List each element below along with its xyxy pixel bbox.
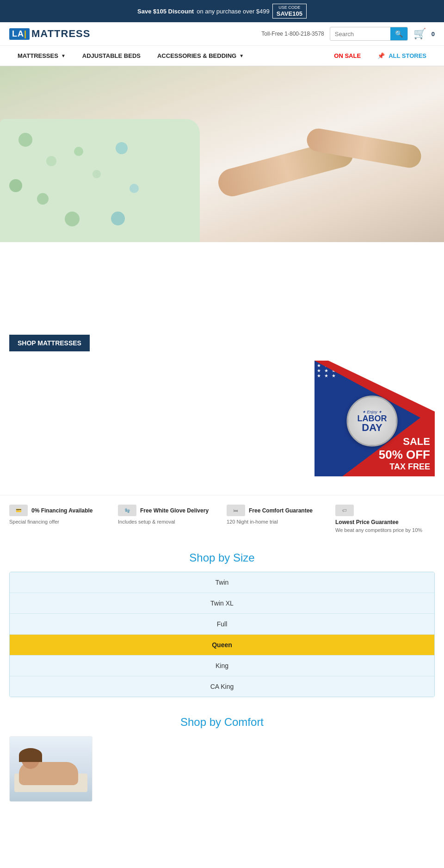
- feature-price-icon-area: 🏷: [335, 505, 354, 516]
- hero-banner: [0, 66, 444, 242]
- use-code-box: USE CODE SAVE105: [272, 4, 307, 19]
- logo[interactable]: LA| MATTRESS: [9, 28, 90, 40]
- comfort-grid: [9, 736, 435, 802]
- nav-accessories[interactable]: ACCESSORIES & BEDDING ▼: [149, 46, 252, 66]
- feature-comfort-icon-area: 🛏 Free Comfort Guarantee: [227, 505, 313, 516]
- chevron-down-icon: ▼: [61, 53, 66, 58]
- logo-badge: LA|: [9, 28, 30, 40]
- search-box[interactable]: 🔍: [330, 27, 408, 41]
- sale-banner: ★ ★ ★★ ★ ★★ ★ ★ ✦ Enjoy ✦ LABOR DAY SALE…: [314, 361, 435, 476]
- search-button[interactable]: 🔍: [390, 27, 407, 40]
- feature-financing-title: 0% Financing Available: [31, 507, 92, 514]
- shop-by-size-section: Shop by Size Twin Twin XL Full Queen Kin…: [0, 542, 444, 706]
- nav-mattresses[interactable]: MATTRESSES ▼: [9, 46, 74, 66]
- search-input[interactable]: [330, 28, 390, 40]
- hero-blanket: [0, 119, 200, 242]
- main-nav: MATTRESSES ▼ ADJUSTABLE BEDS ACCESSORIES…: [0, 46, 444, 66]
- feature-comfort-sub: 120 Night in-home trial: [227, 519, 278, 525]
- sale-tax-free: TAX FREE: [379, 462, 430, 472]
- nav-adjustable-beds[interactable]: ADJUSTABLE BEDS: [74, 46, 149, 66]
- shop-mattresses-button[interactable]: SHOP MATTRESSES: [9, 335, 90, 351]
- size-queen[interactable]: Queen: [10, 635, 434, 656]
- shop-by-size-title: Shop by Size: [9, 551, 435, 564]
- feature-financing-sub: Special financing offer: [9, 519, 59, 525]
- size-full[interactable]: Full: [10, 614, 434, 635]
- shop-section: SHOP MATTRESSES ★ ★ ★★ ★ ★★ ★ ★ ✦ Enjoy …: [0, 335, 444, 495]
- promo-code: SAVE105: [277, 10, 302, 18]
- feature-comfort-title: Free Comfort Guarantee: [249, 507, 313, 514]
- feature-delivery: 🧤 Free White Glove Delivery Includes set…: [118, 505, 217, 525]
- feature-financing: 💳 0% Financing Available Special financi…: [9, 505, 109, 525]
- feature-delivery-sub: Includes setup & removal: [118, 519, 175, 525]
- feature-comfort: 🛏 Free Comfort Guarantee 120 Night in-ho…: [227, 505, 326, 525]
- nav-all-stores[interactable]: 📌 ALL STORES: [369, 46, 435, 66]
- size-twin-xl[interactable]: Twin XL: [10, 593, 434, 614]
- sale-circle-badge: ✦ Enjoy ✦ LABOR DAY: [347, 396, 398, 447]
- shop-by-comfort-section: Shop by Comfort: [0, 706, 444, 811]
- discount-amount: Save $105 Discount: [137, 8, 194, 15]
- hero-image: [0, 66, 444, 242]
- toll-free: Toll-Free 1-800-218-3578: [261, 31, 324, 37]
- logo-pipe: |: [24, 29, 27, 38]
- use-code-label: USE CODE: [278, 5, 300, 10]
- feature-price-sub: We beat any competitors price by 10%: [335, 527, 422, 533]
- nav-on-sale[interactable]: ON SALE: [326, 46, 369, 66]
- features-row: 💳 0% Financing Available Special financi…: [0, 495, 444, 542]
- size-king[interactable]: King: [10, 656, 434, 676]
- sale-day: DAY: [362, 423, 382, 433]
- size-table: Twin Twin XL Full Queen King CA King: [9, 572, 435, 697]
- feature-price-title: Lowest Price Guarantee: [335, 519, 399, 525]
- feature-icon-area: 💳 0% Financing Available: [9, 505, 92, 516]
- size-ca-king[interactable]: CA King: [10, 676, 434, 697]
- cart-count: 0: [432, 31, 435, 37]
- chevron-down-icon-acc: ▼: [239, 53, 244, 58]
- white-space-section: [0, 242, 444, 335]
- logo-la: LA: [12, 29, 24, 38]
- cart-icon[interactable]: 🛒: [413, 28, 426, 40]
- sale-percent: 50% OFF: [379, 448, 430, 462]
- top-banner: Save $105 Discount on any purchase over …: [0, 0, 444, 22]
- shop-by-comfort-title: Shop by Comfort: [9, 716, 435, 729]
- header-right: Toll-Free 1-800-218-3578 🔍 🛒 0: [95, 27, 435, 41]
- location-icon: 📌: [377, 52, 385, 59]
- comfort-image: [10, 737, 92, 801]
- size-twin[interactable]: Twin: [10, 572, 434, 593]
- comfort-icon: 🛏: [227, 505, 245, 516]
- banner-text: on any purchase over $499: [197, 8, 270, 15]
- price-icon: 🏷: [335, 505, 354, 516]
- header: LA| MATTRESS Toll-Free 1-800-218-3578 🔍 …: [0, 22, 444, 46]
- feature-price: 🏷 Lowest Price Guarantee We beat any com…: [335, 505, 435, 533]
- feature-delivery-title: Free White Glove Delivery: [140, 507, 209, 514]
- glove-icon: 🧤: [118, 505, 136, 516]
- sale-banner-container: ★ ★ ★★ ★ ★★ ★ ★ ✦ Enjoy ✦ LABOR DAY SALE…: [9, 361, 435, 476]
- comfort-card-plush[interactable]: [9, 736, 92, 802]
- logo-text: MATTRESS: [31, 28, 90, 40]
- credit-card-icon: 💳: [9, 505, 28, 516]
- feature-delivery-icon-area: 🧤 Free White Glove Delivery: [118, 505, 209, 516]
